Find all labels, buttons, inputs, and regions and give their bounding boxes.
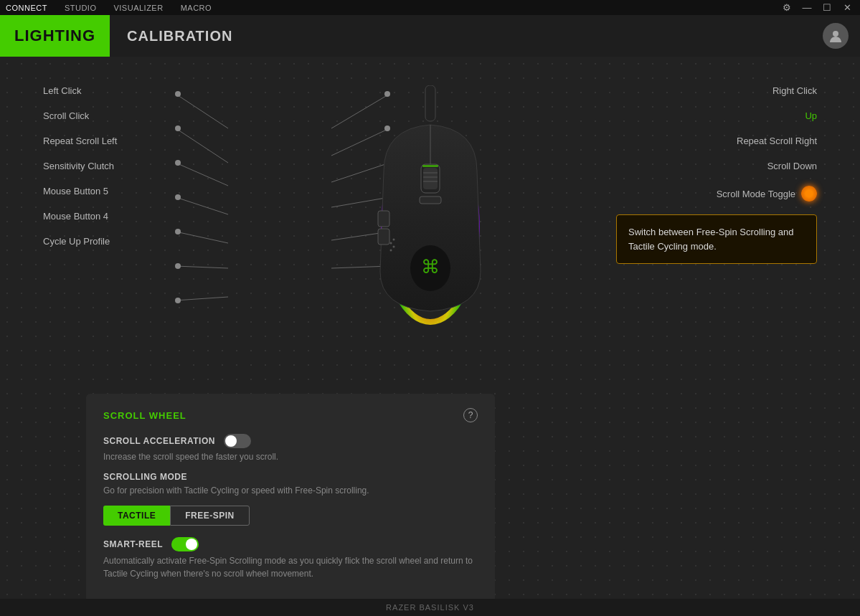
svg-rect-35 (422, 165, 438, 167)
svg-point-0 (833, 31, 838, 37)
svg-line-1 (176, 94, 228, 128)
scrolling-mode-label: SCROLLING MODE (103, 472, 187, 482)
label-mouse-button-4: Mouse Button 4 (43, 211, 117, 222)
svg-point-44 (392, 246, 394, 248)
svg-rect-38 (378, 211, 389, 227)
label-left-click: Left Click (43, 85, 117, 96)
smart-reel-desc: Automatically activate Free-Spin Scrolli… (103, 554, 478, 580)
svg-text:⌘: ⌘ (421, 256, 440, 278)
minimize-button[interactable]: — (800, 2, 814, 13)
svg-point-9 (175, 125, 181, 131)
smart-reel-toggle[interactable] (171, 537, 199, 551)
svg-line-3 (176, 163, 228, 186)
device-name: RAZER BASILISK V3 (386, 603, 474, 612)
svg-rect-31 (423, 168, 438, 189)
calibration-label: CALIBRATION (127, 28, 232, 44)
scroll-acceleration-label: SCROLL ACCELERATION (103, 436, 215, 446)
svg-rect-40 (420, 196, 441, 204)
nav-macro[interactable]: MACRO (181, 4, 212, 12)
scrolling-mode-desc: Go for precision with Tactile Cycling or… (103, 485, 478, 497)
left-labels: Left Click Scroll Click Repeat Scroll Le… (43, 78, 117, 261)
smart-reel-knob (186, 539, 197, 550)
smart-reel-label: SMART-REEL (103, 539, 163, 549)
avatar[interactable] (823, 23, 849, 49)
scroll-mode-toggle-indicator[interactable] (801, 186, 817, 202)
label-mouse-button-5: Mouse Button 5 (43, 186, 117, 196)
svg-line-6 (176, 266, 228, 268)
scrolling-mode-label-row: SCROLLING MODE (103, 472, 478, 482)
nav-studio[interactable]: STUDIO (65, 4, 97, 12)
scroll-acceleration-toggle[interactable] (224, 434, 251, 448)
svg-point-11 (175, 194, 181, 200)
svg-point-43 (389, 250, 392, 252)
svg-line-7 (176, 297, 228, 300)
panel-help-icon[interactable]: ? (463, 408, 478, 422)
label-cycle-up-profile: Cycle Up Profile (43, 236, 117, 247)
svg-point-10 (175, 160, 181, 166)
svg-line-5 (176, 232, 228, 243)
main-content: Left Click Scroll Click Repeat Scroll Le… (0, 57, 860, 616)
svg-point-13 (175, 263, 181, 269)
smart-reel-label-row: SMART-REEL (103, 537, 478, 551)
footer: RAZER BASILISK V3 (0, 599, 860, 616)
label-repeat-scroll-left: Repeat Scroll Left (43, 136, 117, 146)
label-scroll-click: Scroll Click (43, 110, 117, 121)
label-scroll-down: Scroll Down (703, 161, 817, 171)
free-spin-button[interactable]: FREE-SPIN (170, 506, 250, 526)
svg-point-42 (392, 239, 394, 241)
calibration-tab[interactable]: CALIBRATION (110, 15, 860, 57)
svg-point-8 (175, 91, 181, 97)
title-bar: CONNECT STUDIO VISUALIZER MACRO ⚙ — ☐ ✕ (0, 0, 860, 15)
svg-rect-39 (378, 229, 389, 245)
lighting-label: LIGHTING (14, 27, 95, 45)
mouse-svg: ⌘ (362, 85, 498, 343)
maximize-button[interactable]: ☐ (820, 2, 834, 13)
tactile-button[interactable]: TACTILE (103, 506, 170, 526)
svg-rect-27 (425, 85, 435, 121)
window-controls: ⚙ — ☐ ✕ (780, 2, 854, 13)
svg-line-4 (176, 197, 228, 214)
scroll-wheel-panel: SCROLL WHEEL ? SCROLL ACCELERATION Incre… (86, 394, 495, 605)
scroll-wheel-title: SCROLL WHEEL (103, 410, 186, 421)
svg-point-14 (175, 298, 181, 303)
close-button[interactable]: ✕ (840, 2, 854, 13)
smart-reel-row: SMART-REEL Automatically activate Free-S… (103, 537, 478, 580)
scroll-acceleration-desc: Increase the scroll speed the faster you… (103, 451, 478, 463)
label-scroll-mode-toggle-row: Scroll Mode Toggle (703, 186, 817, 202)
label-repeat-scroll-right: Repeat Scroll Right (703, 136, 817, 146)
settings-icon[interactable]: ⚙ (780, 2, 794, 13)
label-scroll-mode-toggle: Scroll Mode Toggle (717, 189, 795, 199)
svg-point-41 (389, 242, 392, 245)
scroll-panel-header: SCROLL WHEEL ? (103, 408, 478, 422)
svg-point-12 (175, 229, 181, 234)
label-sensitivity-clutch: Sensitivity Clutch (43, 161, 117, 171)
nav-menu: CONNECT STUDIO VISUALIZER MACRO (6, 4, 212, 12)
nav-visualizer[interactable]: VISUALIZER (113, 4, 163, 12)
mouse-illustration: ⌘ (362, 85, 498, 343)
header: LIGHTING CALIBRATION (0, 15, 860, 57)
svg-line-2 (176, 128, 228, 163)
scroll-acceleration-knob (225, 435, 237, 447)
nav-connect[interactable]: CONNECT (6, 4, 47, 12)
mode-buttons: TACTILE FREE-SPIN (103, 506, 478, 526)
lighting-tab[interactable]: LIGHTING (0, 15, 110, 57)
label-right-click: Right Click (703, 85, 817, 96)
scrolling-mode-row: SCROLLING MODE Go for precision with Tac… (103, 472, 478, 526)
scroll-acceleration-row: SCROLL ACCELERATION Increase the scroll … (103, 434, 478, 463)
scroll-mode-tooltip: Switch between Free-Spin Scrolling and T… (616, 214, 817, 264)
scroll-acceleration-label-row: SCROLL ACCELERATION (103, 434, 478, 448)
label-up: Up (703, 110, 817, 121)
tooltip-text: Switch between Free-Spin Scrolling and T… (628, 227, 794, 252)
